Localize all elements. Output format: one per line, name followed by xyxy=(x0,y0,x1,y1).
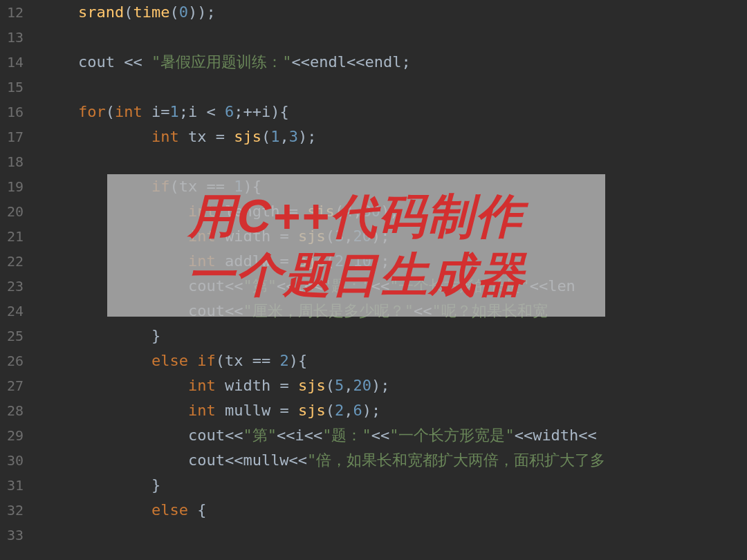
code-line[interactable]: cout<<"第"<<i<<"题："<<"一个长方形宽是"<<width<< xyxy=(42,423,747,448)
title-overlay: 用C++代码制作 一个题目生成器 xyxy=(107,174,605,317)
line-num: 21 xyxy=(0,224,35,249)
code-line[interactable]: int tx = sjs(1,3); xyxy=(42,124,747,149)
code-line[interactable] xyxy=(42,149,747,174)
line-num: 16 xyxy=(0,100,35,124)
code-line[interactable]: srand(time(0)); xyxy=(42,0,747,25)
line-num: 31 xyxy=(0,473,35,498)
code-line[interactable]: } xyxy=(42,473,747,498)
code-line[interactable] xyxy=(42,25,747,50)
line-num: 19 xyxy=(0,174,35,199)
line-num: 18 xyxy=(0,149,35,174)
line-num: 33 xyxy=(0,523,35,548)
code-line[interactable]: int width = sjs(5,20); xyxy=(42,373,747,398)
overlay-line2: 一个题目生成器 xyxy=(187,245,526,304)
line-num: 24 xyxy=(0,299,35,324)
code-line[interactable]: else if(tx == 2){ xyxy=(42,348,747,373)
line-num: 15 xyxy=(0,75,35,100)
line-num: 13 xyxy=(0,25,35,50)
code-line[interactable]: for(int i=1;i < 6;++i){ xyxy=(42,100,747,124)
line-num: 22 xyxy=(0,249,35,274)
line-num: 28 xyxy=(0,398,35,423)
line-num: 23 xyxy=(0,274,35,299)
line-num: 27 xyxy=(0,373,35,398)
line-num: 32 xyxy=(0,498,35,523)
line-num: 14 xyxy=(0,50,35,75)
line-num: 12 xyxy=(0,0,35,25)
line-num: 25 xyxy=(0,324,35,348)
code-line[interactable]: cout << "暑假应用题训练："<<endl<<endl; xyxy=(42,50,747,75)
line-num: 29 xyxy=(0,423,35,448)
line-num: 17 xyxy=(0,124,35,149)
line-num: 26 xyxy=(0,348,35,373)
code-line[interactable] xyxy=(42,75,747,100)
line-gutter: 12 13 14 15 16 17 18 19 20 21 22 23 24 2… xyxy=(0,0,35,560)
code-line[interactable]: else { xyxy=(42,498,747,523)
code-line[interactable]: } xyxy=(42,324,747,348)
line-num: 30 xyxy=(0,448,35,473)
code-line[interactable] xyxy=(42,523,747,548)
overlay-line1: 用C++代码制作 xyxy=(189,187,524,245)
code-line[interactable]: cout<<mullw<<"倍，如果长和宽都扩大两倍，面积扩大了多 xyxy=(42,448,747,473)
line-num: 20 xyxy=(0,199,35,224)
code-line[interactable]: int mullw = sjs(2,6); xyxy=(42,398,747,423)
